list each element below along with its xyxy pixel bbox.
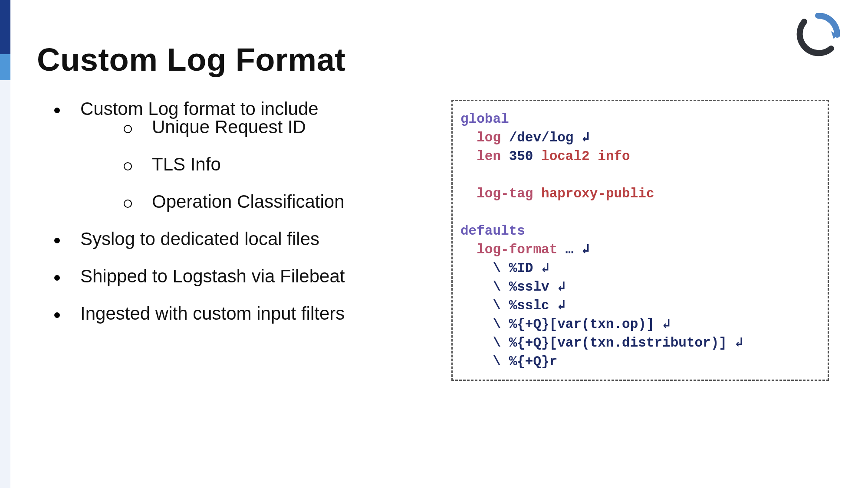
bullet-list: Custom Log format to include Unique Requ… [50, 100, 423, 342]
slide-left-accent-dark [0, 0, 10, 54]
sub-bullet-text: Unique Request ID [152, 117, 306, 137]
sub-bullet-item: Operation Classification [80, 193, 423, 211]
wrap-glyph-icon: ↲ [735, 335, 743, 350]
bullet-text: Shipped to Logstash via Filebeat [80, 266, 345, 286]
bullet-item: Ingested with custom input filters [50, 305, 423, 323]
wrap-glyph-icon: ↲ [557, 279, 566, 295]
slide-left-accent-mid [0, 54, 10, 80]
bullet-text: Custom Log format to include [80, 98, 319, 119]
bullet-text: Ingested with custom input filters [80, 303, 345, 324]
sub-bullet-item: TLS Info [80, 155, 423, 174]
code-directive: log [477, 130, 501, 145]
code-ellipsis: … [566, 242, 574, 257]
code-format-line: \ %{+Q}r [493, 354, 557, 369]
sub-bullet-item: Unique Request ID [80, 118, 423, 136]
code-format-line: \ %{+Q}[var(txn.distributor)] [493, 335, 727, 350]
wrap-glyph-icon: ↲ [662, 317, 671, 332]
wrap-glyph-icon: ↲ [557, 298, 566, 313]
bullet-item: Shipped to Logstash via Filebeat [50, 267, 423, 285]
bullet-item: Custom Log format to include Unique Requ… [50, 100, 423, 211]
code-keyword: global [460, 111, 509, 127]
code-value: haproxy-public [541, 186, 654, 201]
sub-bullet-text: TLS Info [152, 154, 221, 174]
code-value: local2 info [541, 149, 630, 164]
bullet-text: Syslog to dedicated local files [80, 229, 319, 249]
code-keyword: defaults [460, 223, 525, 239]
wrap-glyph-icon: ↲ [582, 130, 590, 145]
code-number: 350 [509, 149, 533, 164]
code-format-line: \ %ID [493, 261, 533, 276]
bullet-item: Syslog to dedicated local files [50, 230, 423, 248]
code-directive: log-format [477, 242, 557, 257]
slide-title: Custom Log Format [37, 41, 345, 78]
code-path: /dev/log [509, 130, 574, 145]
code-format-line: \ %sslv [493, 279, 549, 295]
code-directive: log-tag [477, 186, 533, 201]
logo-icon [796, 13, 840, 56]
wrap-glyph-icon: ↲ [582, 242, 590, 257]
code-format-line: \ %{+Q}[var(txn.op)] [493, 317, 654, 332]
code-directive: len [477, 149, 501, 164]
code-format-line: \ %sslc [493, 298, 549, 313]
sub-bullet-text: Operation Classification [152, 191, 345, 212]
code-block: global log /dev/log ↲ len 350 local2 inf… [451, 100, 829, 381]
wrap-glyph-icon: ↲ [541, 261, 549, 276]
